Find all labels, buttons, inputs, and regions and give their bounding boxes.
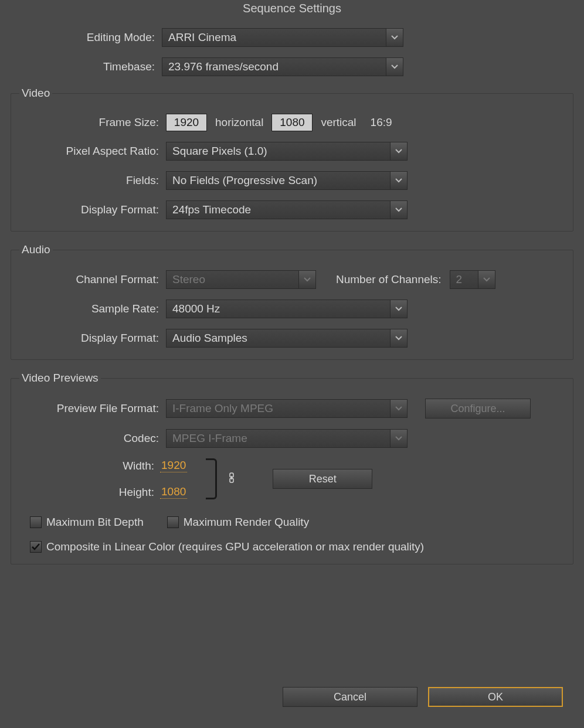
chevron-down-icon <box>478 270 495 289</box>
link-bracket-icon <box>203 458 221 499</box>
video-display-format-label: Display Format: <box>18 203 166 216</box>
fields-value: No Fields (Progressive Scan) <box>166 171 390 190</box>
preview-file-format-label: Preview File Format: <box>18 402 166 415</box>
chevron-down-icon <box>298 270 316 289</box>
timebase-label: Timebase: <box>11 60 162 73</box>
composite-linear-checkbox[interactable] <box>30 541 42 553</box>
video-legend: Video <box>19 87 52 100</box>
sample-rate-label: Sample Rate: <box>18 302 166 315</box>
codec-dropdown: MPEG I-Frame <box>166 429 408 448</box>
chevron-down-icon[interactable] <box>386 57 403 76</box>
channel-format-label: Channel Format: <box>18 273 166 286</box>
num-channels-value: 2 <box>450 270 478 289</box>
chevron-down-icon[interactable] <box>386 28 403 47</box>
timebase-value: 23.976 frames/second <box>162 57 386 76</box>
video-display-format-dropdown[interactable]: 24fps Timecode <box>166 200 408 219</box>
vertical-label: vertical <box>321 116 356 129</box>
chevron-down-icon[interactable] <box>390 142 408 161</box>
timebase-dropdown[interactable]: 23.976 frames/second <box>162 57 403 76</box>
configure-button: Configure... <box>425 399 531 419</box>
ok-button[interactable]: OK <box>428 687 563 707</box>
reset-button[interactable]: Reset <box>273 469 372 489</box>
num-channels-label: Number of Channels: <box>336 273 442 286</box>
cancel-button[interactable]: Cancel <box>283 687 417 707</box>
chevron-down-icon[interactable] <box>390 300 408 318</box>
window-title: Sequence Settings <box>0 0 584 23</box>
channel-format-dropdown: Stereo <box>166 270 316 289</box>
composite-linear-label: Composite in Linear Color (requires GPU … <box>46 540 424 553</box>
channel-format-value: Stereo <box>166 270 298 289</box>
dialog-footer: Cancel OK <box>283 687 563 707</box>
audio-display-format-label: Display Format: <box>18 332 166 345</box>
frame-height-input[interactable] <box>271 114 313 131</box>
preview-width-label: Width: <box>113 460 160 472</box>
chevron-down-icon[interactable] <box>390 329 408 348</box>
par-dropdown[interactable]: Square Pixels (1.0) <box>166 142 408 161</box>
video-previews-legend: Video Previews <box>19 372 101 385</box>
sample-rate-value: 48000 Hz <box>166 300 390 318</box>
audio-legend: Audio <box>19 243 53 256</box>
chevron-down-icon <box>390 399 408 418</box>
max-render-quality-checkbox[interactable] <box>167 516 179 528</box>
num-channels-dropdown: 2 <box>450 270 495 289</box>
audio-display-format-dropdown[interactable]: Audio Samples <box>166 329 408 348</box>
fields-label: Fields: <box>18 174 166 187</box>
video-group: Video Frame Size: horizontal vertical 16… <box>11 87 573 232</box>
codec-value: MPEG I-Frame <box>166 429 390 448</box>
chevron-down-icon[interactable] <box>390 171 408 190</box>
preview-file-format-dropdown: I-Frame Only MPEG <box>166 399 408 418</box>
max-bit-depth-checkbox[interactable] <box>30 516 42 528</box>
chevron-down-icon[interactable] <box>390 200 408 219</box>
horizontal-label: horizontal <box>215 116 263 129</box>
par-label: Pixel Aspect Ratio: <box>18 145 166 158</box>
preview-height-label: Height: <box>113 486 160 499</box>
video-previews-group: Video Previews Preview File Format: I-Fr… <box>11 372 573 564</box>
fields-dropdown[interactable]: No Fields (Progressive Scan) <box>166 171 408 190</box>
editing-mode-value: ARRI Cinema <box>162 28 386 47</box>
par-value: Square Pixels (1.0) <box>166 142 390 161</box>
video-display-format-value: 24fps Timecode <box>166 200 390 219</box>
audio-group: Audio Channel Format: Stereo Number of C… <box>11 243 573 360</box>
frame-width-input[interactable] <box>166 114 207 131</box>
aspect-readout: 16:9 <box>371 116 392 129</box>
codec-label: Codec: <box>18 432 166 445</box>
chevron-down-icon <box>390 429 408 448</box>
max-bit-depth-label: Maximum Bit Depth <box>46 516 144 529</box>
preview-height-value[interactable]: 1080 <box>160 485 187 499</box>
sequence-settings-dialog: Editing Mode: ARRI Cinema Timebase: 23.9… <box>0 28 584 564</box>
preview-file-format-value: I-Frame Only MPEG <box>166 399 390 418</box>
sample-rate-dropdown[interactable]: 48000 Hz <box>166 300 408 318</box>
frame-size-label: Frame Size: <box>18 116 166 129</box>
preview-width-value[interactable]: 1920 <box>160 459 187 472</box>
max-render-quality-label: Maximum Render Quality <box>184 516 309 529</box>
audio-display-format-value: Audio Samples <box>166 329 390 348</box>
editing-mode-dropdown[interactable]: ARRI Cinema <box>162 28 403 47</box>
editing-mode-label: Editing Mode: <box>11 31 162 44</box>
link-icon[interactable] <box>228 472 235 485</box>
